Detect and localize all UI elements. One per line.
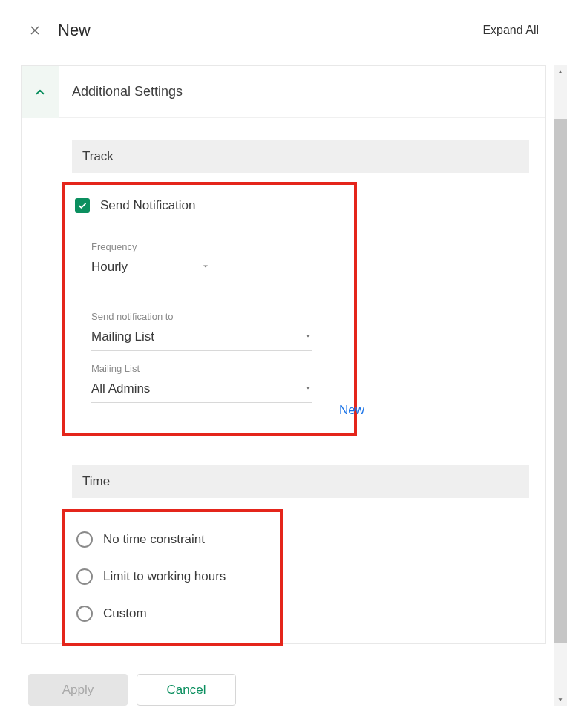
frequency-select[interactable]: Hourly: [91, 257, 210, 281]
content-panel: Additional Settings Track Send Notificat…: [21, 65, 546, 644]
section-banner-time: Time: [72, 465, 529, 498]
radio-icon: [76, 531, 93, 548]
send-notification-checkbox[interactable]: [75, 198, 90, 213]
radio-icon: [76, 606, 93, 622]
radio-no-time-constraint[interactable]: No time constraint: [76, 521, 280, 558]
radio-no-constraint-label: No time constraint: [103, 532, 205, 547]
close-icon[interactable]: [28, 24, 42, 37]
expand-all-link[interactable]: Expand All: [482, 24, 539, 37]
mailing-list-label: Mailing List: [91, 363, 354, 374]
radio-icon: [76, 568, 93, 585]
frequency-value: Hourly: [91, 260, 128, 275]
mailing-list-field: Mailing List All Admins: [91, 363, 354, 403]
dropdown-icon: [304, 330, 312, 344]
send-notification-checkbox-row[interactable]: Send Notification: [75, 198, 354, 213]
accordion-title: Additional Settings: [72, 84, 183, 99]
mailing-list-value: All Admins: [91, 381, 150, 396]
cancel-button[interactable]: Cancel: [137, 674, 236, 706]
apply-button: Apply: [28, 674, 128, 706]
accordion-collapse-icon: [22, 66, 59, 118]
send-to-select[interactable]: Mailing List: [91, 327, 312, 351]
scroll-thumb[interactable]: [554, 119, 567, 643]
accordion-header[interactable]: Additional Settings: [22, 66, 545, 118]
page-title: New: [58, 21, 91, 40]
radio-custom-label: Custom: [103, 606, 147, 621]
highlight-box-time: No time constraint Limit to working hour…: [62, 509, 283, 646]
send-to-value: Mailing List: [91, 329, 154, 344]
send-to-label: Send notification to: [91, 311, 354, 322]
footer-actions: Apply Cancel: [28, 674, 236, 706]
new-mailing-list-link[interactable]: New: [339, 403, 364, 418]
send-to-field: Send notification to Mailing List: [91, 311, 354, 351]
accordion-body: Track Send Notification Frequency Hourly: [22, 118, 545, 646]
dropdown-icon: [201, 260, 210, 274]
mailing-list-select[interactable]: All Admins: [91, 378, 312, 403]
dialog-header: New Expand All: [0, 0, 567, 58]
dropdown-icon: [304, 382, 312, 396]
frequency-field: Frequency Hourly: [91, 241, 354, 281]
scroll-down-icon[interactable]: [554, 693, 567, 706]
highlight-box-track: Send Notification Frequency Hourly Send …: [62, 182, 357, 436]
send-notification-label: Send Notification: [100, 198, 196, 213]
scrollbar[interactable]: [554, 65, 567, 706]
radio-limit-working-hours[interactable]: Limit to working hours: [76, 558, 280, 595]
radio-custom[interactable]: Custom: [76, 595, 280, 632]
frequency-label: Frequency: [91, 241, 354, 252]
radio-limit-working-label: Limit to working hours: [103, 569, 226, 584]
scroll-up-icon[interactable]: [554, 65, 567, 79]
section-banner-track: Track: [72, 140, 529, 173]
header-left: New: [28, 21, 91, 40]
